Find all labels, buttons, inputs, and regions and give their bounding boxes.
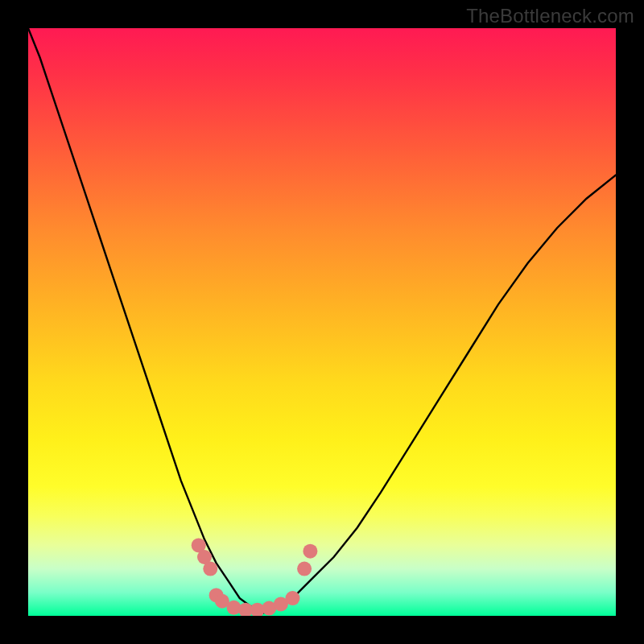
curve-layer — [28, 28, 616, 616]
bottleneck-marker — [286, 591, 300, 605]
bottleneck-marker — [203, 562, 217, 576]
bottleneck-marker — [297, 562, 312, 576]
watermark-text: TheBottleneck.com — [466, 5, 634, 27]
plot-area — [28, 28, 616, 616]
bottleneck-curve — [28, 28, 616, 613]
chart-frame: TheBottleneck.com — [0, 0, 644, 644]
bottleneck-marker — [303, 544, 317, 559]
